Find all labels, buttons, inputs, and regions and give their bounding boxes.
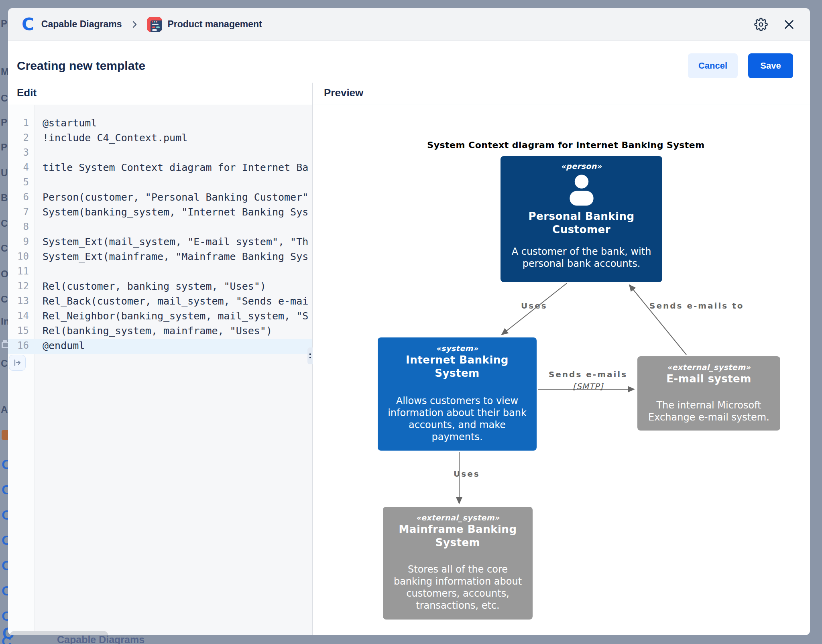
code-line	[43, 175, 312, 190]
node-name: Mainframe Banking System	[392, 523, 524, 549]
code-line	[43, 264, 312, 279]
node-description: A customer of the bank, with personal ba…	[509, 246, 653, 270]
node-stereotype: «external_system»	[416, 513, 500, 522]
template-editor-modal: C Capable Diagrams Product management	[8, 8, 810, 635]
line-number: 14	[8, 309, 29, 323]
line-numbers: 12345678910111213141516	[8, 116, 29, 353]
cancel-button[interactable]: Cancel	[688, 53, 738, 78]
node-name: Personal Banking Customer	[509, 210, 653, 236]
line-number: 8	[8, 219, 29, 234]
settings-gear-icon[interactable]	[754, 17, 768, 32]
code-line: System(banking_system, "Internet Banking…	[43, 205, 312, 219]
expand-right-icon	[12, 358, 22, 368]
code-line: System_Ext(mainframe, "Mainframe Banking…	[43, 249, 312, 264]
line-number: 5	[8, 175, 29, 190]
code-line	[43, 219, 312, 234]
editor-horizontal-scrollbar[interactable]	[10, 631, 108, 635]
background-app-logo-icon: C	[2, 634, 12, 644]
breadcrumb-bar: C Capable Diagrams Product management	[8, 8, 810, 41]
code-editor[interactable]: 12345678910111213141516 @startuml!includ…	[8, 105, 312, 635]
code-line: Rel(customer, banking_system, "Uses")	[43, 279, 312, 294]
breadcrumb-page[interactable]: Product management	[168, 19, 262, 30]
code-line: title System Context diagram for Interne…	[43, 160, 312, 175]
edge-sublabel-smtp: [SMTP]	[542, 382, 634, 391]
code-line: Rel_Neighbor(banking_system, mail_system…	[43, 309, 312, 323]
capable-diagrams-logo-icon: C	[22, 16, 34, 33]
edge-label-sends-emails: Sends e-mails	[542, 370, 634, 379]
node-stereotype: «external_system»	[667, 363, 751, 372]
sidebar-expand-button[interactable]	[9, 355, 26, 371]
node-name: E-mail system	[666, 372, 751, 386]
node-email-system: «external_system» E-mail system The inte…	[637, 356, 780, 431]
code-line: @startuml	[43, 116, 312, 130]
code-text: @startuml!include C4_Context.pumltitle S…	[43, 116, 312, 353]
background-bottom-text: Capable Diagrams	[57, 634, 144, 644]
line-number: 9	[8, 234, 29, 249]
line-number: 10	[8, 249, 29, 264]
node-mainframe-banking-system: «external_system» Mainframe Banking Syst…	[383, 507, 533, 620]
person-icon	[562, 171, 601, 208]
node-personal-banking-customer: «person» Personal Banking Customer A cus…	[501, 156, 662, 282]
line-number: 16	[8, 338, 29, 353]
pane-headers: Edit Preview	[8, 83, 810, 104]
save-button[interactable]: Save	[748, 53, 793, 78]
line-number: 3	[8, 145, 29, 160]
diagram-title: System Context diagram for Internet Bank…	[409, 140, 722, 150]
edge-label-sends-emails-to: Sends e-mails to	[649, 301, 744, 311]
preview-pane-title: Preview	[324, 87, 363, 99]
edit-pane-title: Edit	[17, 87, 37, 99]
code-line: @enduml	[43, 338, 312, 353]
line-number: 6	[8, 190, 29, 205]
code-line: System_Ext(mail_system, "E-mail system",…	[43, 234, 312, 249]
edge-label-uses-2: Uses	[454, 469, 480, 479]
code-line: Person(customer, "Personal Banking Custo…	[43, 190, 312, 205]
node-description: The internal Microsoft Exchange e-mail s…	[645, 399, 773, 423]
line-number: 12	[8, 279, 29, 294]
code-line: Rel_Back(customer, mail_system, "Sends e…	[43, 294, 312, 309]
product-management-icon	[147, 17, 162, 32]
page-title: Creating new template	[17, 59, 145, 73]
line-number: 15	[8, 323, 29, 338]
line-number: 4	[8, 160, 29, 175]
edge-label-uses-1: Uses	[521, 301, 547, 311]
node-name: Internet Banking System	[387, 353, 528, 380]
line-number: 13	[8, 294, 29, 309]
node-stereotype: «person»	[561, 162, 602, 171]
node-stereotype: «system»	[436, 344, 478, 353]
code-line	[43, 145, 312, 160]
code-line: !include C4_Context.puml	[43, 130, 312, 145]
node-internet-banking-system: «system» Internet Banking System Allows …	[378, 337, 537, 451]
breadcrumb-app[interactable]: Capable Diagrams	[41, 19, 122, 30]
screen: PrMClPrPrUlByCaCaOClInCrAP C Capable Dia…	[0, 0, 822, 644]
close-icon[interactable]	[782, 17, 796, 32]
node-description: Stores all of the core banking informati…	[392, 563, 524, 611]
code-line: Rel(banking_system, mainframe, "Uses")	[43, 323, 312, 338]
line-number: 2	[8, 130, 29, 145]
chevron-right-icon	[130, 20, 139, 29]
line-number: 1	[8, 116, 29, 130]
node-description: Allows customers to view information abo…	[387, 395, 528, 443]
diagram-preview: System Context diagram for Internet Bank…	[313, 105, 810, 635]
line-number: 11	[8, 264, 29, 279]
line-number: 7	[8, 205, 29, 219]
